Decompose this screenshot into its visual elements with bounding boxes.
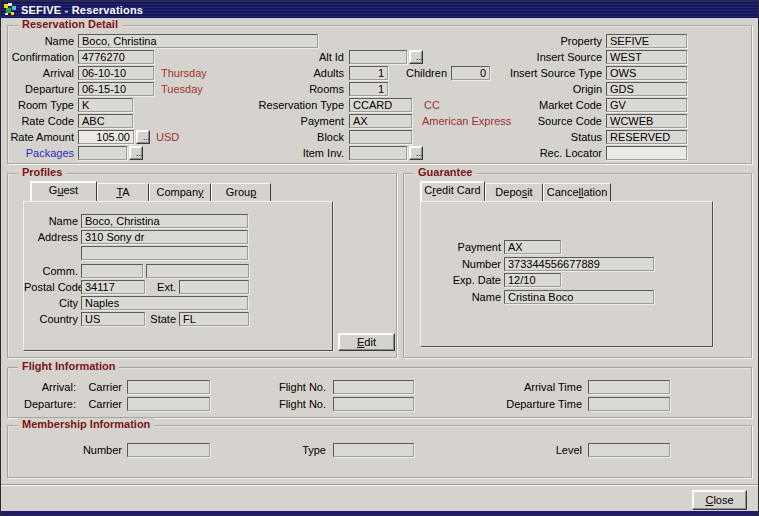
arrival-flight-no-field[interactable] [333, 380, 414, 394]
departure-label: Departure [8, 82, 74, 96]
rec-locator-field[interactable] [606, 146, 687, 160]
guest-address1-field[interactable]: 310 Sony dr [81, 230, 248, 244]
adults-label: Adults [228, 66, 344, 80]
flight-departure-caption: Departure: [12, 397, 76, 411]
arrival-carrier-field[interactable] [127, 380, 210, 394]
alt-id-ellipsis-button[interactable]: ... [409, 50, 423, 64]
insert-source-label: Insert Source [478, 50, 602, 64]
guest-city-label: City [24, 296, 78, 310]
guest-comm1-field[interactable] [81, 264, 143, 278]
rate-code-label: Rate Code [8, 114, 74, 128]
source-code-field[interactable]: WCWEB [606, 114, 687, 128]
close-button[interactable]: Close [692, 490, 747, 510]
confirmation-label: Confirmation [8, 50, 74, 64]
rooms-field[interactable]: 1 [349, 82, 388, 96]
profiles-legend: Profiles [18, 166, 66, 178]
packages-field[interactable] [78, 146, 127, 160]
item-inv-ellipsis-button[interactable]: ... [409, 146, 423, 160]
cc-name-field[interactable]: Cristina Boco [504, 290, 654, 304]
tab-guest[interactable]: Guest [30, 181, 97, 201]
departure-field[interactable]: 06-15-10 [78, 82, 154, 96]
name-field[interactable]: Boco, Christina [78, 34, 318, 48]
guarantee-group: Guarantee Credit Card Deposit Cancellati… [403, 173, 752, 358]
guest-city-field[interactable]: Naples [81, 296, 248, 310]
room-type-field[interactable]: K [78, 98, 133, 112]
origin-label: Origin [478, 82, 602, 96]
guest-postal-code-label: Postal Code [24, 280, 78, 294]
guest-state-field[interactable]: FL [179, 312, 249, 326]
tab-deposit[interactable]: Deposit [485, 183, 543, 201]
name-label: Name [8, 34, 74, 48]
rate-amount-ellipsis-button[interactable]: ... [136, 130, 150, 144]
insert-source-field[interactable]: WEST [606, 50, 687, 64]
adults-field[interactable]: 1 [349, 66, 388, 80]
arrival-carrier-label: Carrier [80, 380, 122, 394]
membership-level-field[interactable] [588, 443, 670, 457]
packages-link[interactable]: Packages [8, 146, 74, 160]
status-label: Status [478, 130, 602, 144]
guest-ext-field[interactable] [179, 280, 249, 294]
cc-payment-label: Payment [421, 240, 501, 254]
arrival-time-field[interactable] [588, 380, 670, 394]
rate-code-field[interactable]: ABC [78, 114, 133, 128]
cc-payment-field[interactable]: AX [504, 240, 561, 254]
tab-company[interactable]: Company [149, 183, 211, 201]
flight-information-group: Flight Information Arrival: Carrier Flig… [7, 367, 752, 418]
alt-id-label: Alt Id [228, 50, 344, 64]
cc-number-field[interactable]: 373344556677889 [504, 257, 654, 271]
guest-comm2-field[interactable] [146, 264, 249, 278]
market-code-field[interactable]: GV [606, 98, 687, 112]
guest-address2-field[interactable] [81, 246, 248, 260]
guest-state-label: State [144, 312, 176, 326]
edit-button[interactable]: Edit [338, 333, 395, 351]
guest-country-field[interactable]: US [81, 312, 145, 326]
insert-source-type-field[interactable]: OWS [606, 66, 687, 80]
footer-separator [1, 484, 759, 486]
cc-name-label: Name [421, 290, 501, 304]
tab-group[interactable]: Group [211, 183, 271, 201]
flight-arrival-caption: Arrival: [12, 380, 76, 394]
confirmation-field[interactable]: 4776270 [78, 50, 154, 64]
reservation-type-note: CC [424, 98, 440, 112]
origin-field[interactable]: GDS [606, 82, 687, 96]
insert-source-type-label: Insert Source Type [478, 66, 602, 80]
profiles-group: Profiles Guest TA Company Group Name Boc… [7, 173, 397, 358]
market-code-label: Market Code [478, 98, 602, 112]
rooms-label: Rooms [228, 82, 344, 96]
app-icon [4, 3, 17, 16]
membership-type-field[interactable] [333, 443, 414, 457]
block-label: Block [228, 130, 344, 144]
reservation-detail-legend: Reservation Detail [18, 18, 122, 30]
departure-carrier-field[interactable] [127, 397, 210, 411]
tab-ta[interactable]: TA [97, 183, 149, 201]
property-field[interactable]: SEFIVE [606, 34, 687, 48]
membership-information-group: Membership Information Number Type Level [7, 425, 752, 478]
departure-time-field[interactable] [588, 397, 670, 411]
payment-label: Payment [228, 114, 344, 128]
tab-cancellation[interactable]: Cancellation [543, 183, 611, 201]
status-field[interactable]: RESERVED [606, 130, 687, 144]
reservation-type-field[interactable]: CCARD [349, 98, 412, 112]
alt-id-field[interactable] [349, 50, 407, 64]
arrival-day-note: Thursday [161, 66, 207, 80]
membership-number-field[interactable] [127, 443, 210, 457]
reservation-type-label: Reservation Type [228, 98, 344, 112]
guest-postal-code-field[interactable]: 34117 [81, 280, 145, 294]
guest-name-field[interactable]: Boco, Christina [81, 214, 248, 228]
block-field[interactable] [349, 130, 412, 144]
arrival-field[interactable]: 06-10-10 [78, 66, 154, 80]
rate-currency-note: USD [156, 130, 179, 144]
departure-day-note: Tuesday [161, 82, 203, 96]
guest-country-label: Country [24, 312, 78, 326]
item-inv-field[interactable] [349, 146, 407, 160]
payment-field[interactable]: AX [349, 114, 412, 128]
cc-exp-date-field[interactable]: 12/10 [504, 273, 561, 287]
departure-flight-no-field[interactable] [333, 397, 414, 411]
app-window: SEFIVE - Reservations Reservation Detail… [0, 0, 759, 516]
packages-ellipsis-button[interactable]: ... [129, 146, 143, 160]
rate-amount-field[interactable]: 105.00 [78, 130, 134, 144]
guarantee-legend: Guarantee [414, 166, 476, 178]
tab-credit-card[interactable]: Credit Card [420, 181, 485, 201]
source-code-label: Source Code [478, 114, 602, 128]
membership-number-label: Number [38, 443, 122, 457]
